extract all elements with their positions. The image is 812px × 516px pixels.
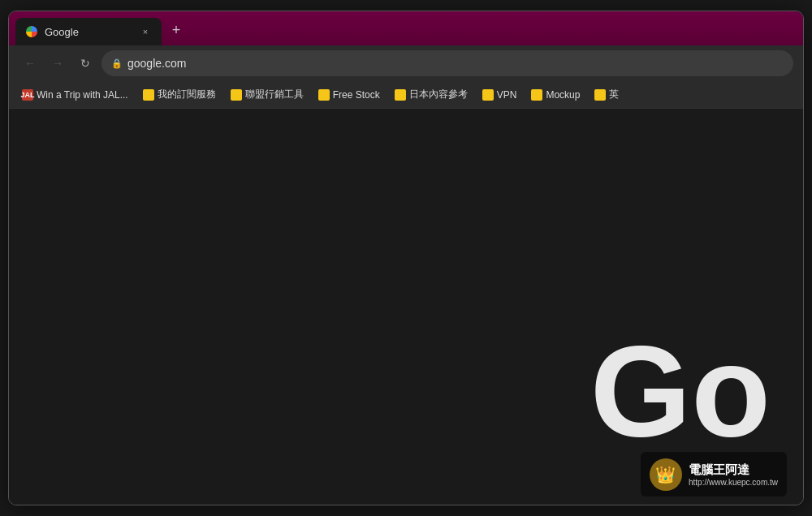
bookmark-item-english[interactable]: 英 xyxy=(588,85,625,104)
watermark-logo: 👑 電腦王阿達 http://www.kuepc.com.tw xyxy=(641,452,787,497)
watermark-text-block: 電腦王阿達 http://www.kuepc.com.tw xyxy=(689,462,778,487)
bookmark-label-subscription: 我的訂閱服務 xyxy=(158,88,216,101)
watermark-emoji: 👑 xyxy=(655,465,676,484)
bookmarks-bar: JAL Win a Trip with JAL... 我的訂閱服務 聯盟行銷工具… xyxy=(9,81,803,109)
bookmark-label-affiliate: 聯盟行銷工具 xyxy=(245,88,304,101)
tab-favicon xyxy=(25,25,38,38)
bookmark-favicon-affiliate xyxy=(231,89,242,101)
browser-content: Go 👑 電腦王阿達 http://www.kuepc.com.tw xyxy=(9,109,803,505)
site-watermark: 👑 電腦王阿達 http://www.kuepc.com.tw xyxy=(641,452,787,497)
watermark-site-name: 電腦王阿達 xyxy=(689,462,778,478)
bookmark-label-mockup: Mockup xyxy=(546,89,580,101)
back-button[interactable]: ← xyxy=(19,52,41,75)
bookmark-item-mockup[interactable]: Mockup xyxy=(525,87,586,103)
bookmark-label-jal: Win a Trip with JAL... xyxy=(37,89,128,101)
bookmark-item-jal[interactable]: JAL Win a Trip with JAL... xyxy=(15,87,135,103)
browser-window: Google × + ← → ↻ 🔒 google.com JAL Win a … xyxy=(8,11,804,505)
bookmark-favicon-subscription xyxy=(143,89,154,101)
google-favicon-icon xyxy=(26,26,37,37)
bookmark-favicon-jal: JAL xyxy=(22,89,33,101)
forward-button[interactable]: → xyxy=(46,52,69,75)
bookmark-label-japan: 日本內容參考 xyxy=(409,88,468,101)
google-watermark: Go xyxy=(590,326,771,456)
bookmark-item-affiliate[interactable]: 聯盟行銷工具 xyxy=(224,85,310,104)
bookmark-label-english: 英 xyxy=(609,88,619,101)
bookmark-item-japan[interactable]: 日本內容參考 xyxy=(388,85,474,104)
bookmark-item-vpn[interactable]: VPN xyxy=(476,87,524,103)
bookmark-item-freestock[interactable]: Free Stock xyxy=(312,87,387,103)
bookmark-favicon-english xyxy=(594,89,606,101)
watermark-site-url: http://www.kuepc.com.tw xyxy=(689,478,778,487)
bookmark-favicon-freestock xyxy=(318,89,330,101)
watermark-icon: 👑 xyxy=(650,458,682,491)
toolbar: ← → ↻ 🔒 google.com xyxy=(9,45,803,81)
bookmark-label-vpn: VPN xyxy=(497,89,517,101)
bookmark-item-subscription[interactable]: 我的訂閱服務 xyxy=(136,85,222,104)
title-bar: Google × + xyxy=(9,11,803,45)
bookmark-favicon-mockup xyxy=(531,89,542,101)
tab-title: Google xyxy=(45,26,132,38)
new-tab-button[interactable]: + xyxy=(165,19,188,41)
lock-icon: 🔒 xyxy=(111,58,123,69)
address-bar[interactable]: 🔒 google.com xyxy=(102,50,793,76)
reload-button[interactable]: ↻ xyxy=(74,52,97,75)
address-text: google.com xyxy=(127,57,784,70)
active-tab[interactable]: Google × xyxy=(15,18,162,45)
bookmark-favicon-japan xyxy=(395,89,406,101)
bookmark-label-freestock: Free Stock xyxy=(333,89,380,101)
bookmark-favicon-vpn xyxy=(482,89,494,101)
tab-close-button[interactable]: × xyxy=(139,25,152,38)
